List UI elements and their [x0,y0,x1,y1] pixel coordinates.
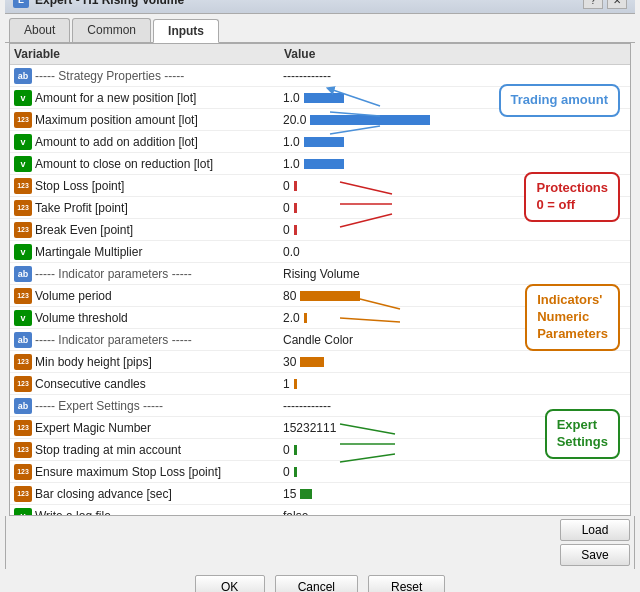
row-variable-name: Volume period [35,289,283,303]
tab-inputs[interactable]: Inputs [153,19,219,43]
row-type-icon: 123 [14,442,32,458]
table-row[interactable]: 123Take Profit [point]0 [10,197,630,219]
table-row[interactable]: ab----- Indicator parameters -----Rising… [10,263,630,285]
row-variable-name: Martingale Multiplier [35,245,283,259]
row-value: 1.0 [283,157,626,171]
row-value-bar [310,115,430,125]
table-row[interactable]: ab----- Indicator parameters -----Candle… [10,329,630,351]
row-variable-name: Stop trading at min account [35,443,283,457]
row-variable-name: Consecutive candles [35,377,283,391]
save-button[interactable]: Save [560,544,630,566]
row-value-bar [304,93,344,103]
load-button[interactable]: Load [560,519,630,541]
close-button[interactable]: ✕ [607,0,627,9]
row-value-text: 80 [283,289,296,303]
table-row[interactable]: 123Volume period80 [10,285,630,307]
row-value-bar [294,379,297,389]
table-row[interactable]: ab----- Expert Settings ----------------… [10,395,630,417]
row-type-icon: ab [14,266,32,282]
title-bar: E Expert - H1 Rising Volume ? ✕ [5,0,635,14]
row-variable-name: ----- Indicator parameters ----- [35,333,283,347]
row-value-bar [300,357,324,367]
row-value-bar [294,181,297,191]
table-row[interactable]: vWrite a log filefalse [10,505,630,515]
table-row[interactable]: 123Break Even [point]0 [10,219,630,241]
table-row[interactable]: 123Bar closing advance [sec]15 [10,483,630,505]
ok-button[interactable]: OK [195,575,265,592]
table-row[interactable]: 123Maximum position amount [lot]20.0 [10,109,630,131]
row-type-icon: 123 [14,354,32,370]
row-value-text: 0 [283,443,290,457]
row-value-text: 0 [283,179,290,193]
row-value: 1.0 [283,91,626,105]
row-variable-name: Write a log file [35,509,283,516]
table-row[interactable]: 123Ensure maximum Stop Loss [point]0 [10,461,630,483]
row-value-text: 30 [283,355,296,369]
row-type-icon: v [14,244,32,260]
row-type-icon: 123 [14,178,32,194]
table-row[interactable]: 123Expert Magic Number15232111 [10,417,630,439]
row-variable-name: ----- Strategy Properties ----- [35,69,283,83]
row-value-text: ------------ [283,399,331,413]
row-variable-name: Amount to close on reduction [lot] [35,157,283,171]
row-type-icon: 123 [14,486,32,502]
row-value: 0.0 [283,245,626,259]
table-row[interactable]: vAmount for a new position [lot]1.0 [10,87,630,109]
row-type-icon: 123 [14,288,32,304]
table-row[interactable]: 123Consecutive candles1 [10,373,630,395]
row-value-text: 1 [283,377,290,391]
tab-about[interactable]: About [9,18,70,42]
table-row[interactable]: vAmount to close on reduction [lot]1.0 [10,153,630,175]
row-variable-name: ----- Expert Settings ----- [35,399,283,413]
row-value-bar [304,137,344,147]
row-variable-name: Break Even [point] [35,223,283,237]
row-value-bar [304,313,307,323]
row-value-text: ------------ [283,69,331,83]
table-header: Variable Value [10,44,630,65]
row-variable-name: ----- Indicator parameters ----- [35,267,283,281]
cancel-button[interactable]: Cancel [275,575,358,592]
row-value-text: Candle Color [283,333,353,347]
row-variable-name: Bar closing advance [sec] [35,487,283,501]
table-row[interactable]: 123Stop Loss [point]0 [10,175,630,197]
row-value-text: 15 [283,487,296,501]
row-value: false [283,509,626,516]
row-value-text: 0 [283,465,290,479]
tab-bar: About Common Inputs [5,14,635,43]
row-type-icon: v [14,134,32,150]
tab-common[interactable]: Common [72,18,151,42]
row-value: Candle Color [283,333,626,347]
row-value: 0 [283,443,626,457]
row-variable-name: Take Profit [point] [35,201,283,215]
row-value: 0 [283,223,626,237]
row-value-text: 20.0 [283,113,306,127]
row-variable-name: Amount for a new position [lot] [35,91,283,105]
row-variable-name: Min body height [pips] [35,355,283,369]
table-row[interactable]: vVolume threshold2.0 [10,307,630,329]
table-row[interactable]: vMartingale Multiplier0.0 [10,241,630,263]
row-value: 0 [283,465,626,479]
table-row[interactable]: vAmount to add on addition [lot]1.0 [10,131,630,153]
row-value-bar [294,203,297,213]
reset-button[interactable]: Reset [368,575,445,592]
row-value: Rising Volume [283,267,626,281]
row-value: ------------ [283,69,626,83]
column-value: Value [284,47,626,61]
row-value-bar [294,467,297,477]
row-value-text: 2.0 [283,311,300,325]
row-value: 1.0 [283,135,626,149]
row-type-icon: v [14,90,32,106]
row-type-icon: ab [14,68,32,84]
row-value: 20.0 [283,113,626,127]
row-variable-name: Amount to add on addition [lot] [35,135,283,149]
row-value: 0 [283,201,626,215]
row-value: ------------ [283,399,626,413]
row-value-text: 0.0 [283,245,300,259]
table-row[interactable]: ab----- Strategy Properties ------------… [10,65,630,87]
help-button[interactable]: ? [583,0,603,9]
row-value-text: 1.0 [283,135,300,149]
row-value-text: 0 [283,223,290,237]
table-row[interactable]: 123Stop trading at min account0 [10,439,630,461]
table-row[interactable]: 123Min body height [pips]30 [10,351,630,373]
row-variable-name: Stop Loss [point] [35,179,283,193]
